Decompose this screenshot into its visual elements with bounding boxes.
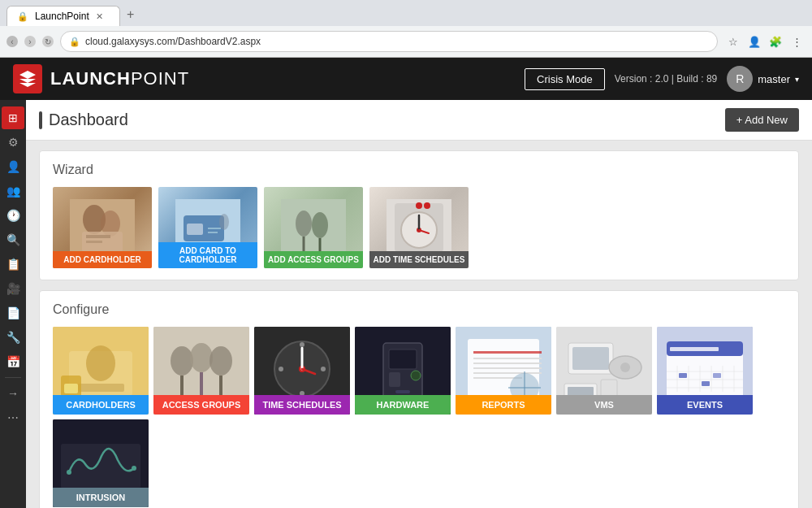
new-tab-button[interactable]: + <box>120 3 140 26</box>
svg-rect-90 <box>713 373 721 378</box>
more-icon[interactable]: ⋮ <box>788 33 806 50</box>
logo-area: LAUNCHPOINT <box>13 64 189 93</box>
back-button[interactable]: ‹ <box>6 36 18 47</box>
wizard-label-access: ADD ACCESS GROUPS <box>264 251 363 268</box>
sidebar-item-arrow[interactable]: → <box>2 382 24 405</box>
svg-rect-78 <box>670 347 719 351</box>
sidebar-item-users[interactable]: 👥 <box>2 180 24 202</box>
wizard-label-cardholder: ADD CARDHOLDER <box>53 251 152 268</box>
svg-point-28 <box>86 345 115 381</box>
browser-tab[interactable]: 🔒 LaunchPoint ✕ <box>6 6 120 26</box>
sidebar-item-settings[interactable]: ⚙ <box>2 131 24 154</box>
main-content: Dashboard + Add New Wizard <box>26 100 812 508</box>
wizard-tile-cardholder[interactable]: ADD CARDHOLDER <box>53 187 152 268</box>
add-new-button[interactable]: + Add New <box>725 108 799 132</box>
svg-rect-88 <box>679 373 687 378</box>
bookmark-icon[interactable]: ☆ <box>724 33 742 50</box>
wizard-tile-access[interactable]: ADD ACCESS GROUPS <box>264 187 363 268</box>
wizard-label-time: ADD TIME SCHEDULES <box>369 251 469 268</box>
app-body: ⊞ ⚙ 👤 👥 🕐 🔍 📋 🎥 📄 🔧 📅 → ⋯ Dashboard + Ad… <box>0 100 812 508</box>
sidebar-item-camera[interactable]: 🎥 <box>2 277 24 300</box>
wizard-section: Wizard <box>39 150 799 280</box>
configure-row2: INTRUSION <box>53 419 785 507</box>
tab-title: LaunchPoint <box>35 11 89 22</box>
svg-rect-59 <box>473 358 542 359</box>
svg-point-24 <box>416 202 422 209</box>
svg-point-94 <box>132 466 136 471</box>
config-tile-cardholders[interactable]: CARDHOLDERS <box>53 327 149 415</box>
sidebar-item-calendar[interactable]: 📅 <box>2 350 24 373</box>
svg-point-44 <box>300 342 304 347</box>
logo-text: LAUNCHPOINT <box>50 68 189 89</box>
svg-rect-5 <box>86 241 102 243</box>
profile-icon[interactable]: 👤 <box>745 33 763 50</box>
configure-tiles: CARDHOLDERS <box>53 327 785 415</box>
extension-icon[interactable]: 🧩 <box>767 33 784 50</box>
page-title: Dashboard <box>49 111 128 129</box>
svg-point-34 <box>190 343 213 372</box>
svg-point-45 <box>321 367 326 371</box>
svg-rect-61 <box>473 367 542 369</box>
sidebar-item-clock[interactable]: 🕐 <box>2 204 24 227</box>
configure-section: Configure <box>39 290 799 508</box>
sidebar-item-reports[interactable]: 📋 <box>2 253 24 276</box>
config-label-events: EVENTS <box>657 395 753 415</box>
config-label-timeschedules: TIME SCHEDULES <box>254 395 350 415</box>
svg-point-93 <box>67 470 71 475</box>
svg-rect-60 <box>473 363 542 364</box>
crisis-mode-button[interactable]: Crisis Mode <box>525 68 605 90</box>
config-tile-hardware[interactable]: HARDWARE <box>355 327 451 415</box>
wizard-title: Wizard <box>53 163 785 177</box>
config-label-alarm: INTRUSION <box>53 488 149 507</box>
configure-title: Configure <box>53 302 785 317</box>
chevron-down-icon: ▾ <box>795 75 799 84</box>
sidebar-item-user[interactable]: 👤 <box>2 155 24 178</box>
config-tile-vms[interactable]: VMS <box>556 327 652 415</box>
svg-rect-51 <box>389 372 400 387</box>
logo-bold: LAUNCH <box>50 68 131 89</box>
svg-rect-8 <box>187 224 203 235</box>
lock-icon: 🔒 <box>69 37 80 47</box>
sidebar-item-more[interactable]: ⋯ <box>2 406 24 429</box>
svg-rect-62 <box>473 372 542 374</box>
address-bar[interactable]: 🔒 cloud.galaxysys.com/DashboardV2.aspx <box>60 31 718 52</box>
user-area[interactable]: R master ▾ <box>727 66 799 92</box>
page-title-bar <box>39 111 42 129</box>
svg-rect-31 <box>64 384 78 393</box>
app-header: LAUNCHPOINT Crisis Mode Version : 2.0 | … <box>0 58 812 100</box>
sidebar-item-tools[interactable]: 🔧 <box>2 326 24 349</box>
svg-rect-53 <box>395 390 410 393</box>
wizard-tile-card[interactable]: ADD CARD TO CARDHOLDER <box>158 187 257 268</box>
wizard-label-card: ADD CARD TO CARDHOLDER <box>158 242 257 268</box>
wizard-tiles: ADD CARDHOLDER <box>53 187 785 268</box>
config-label-vms: VMS <box>556 395 652 415</box>
sidebar-divider <box>5 377 21 378</box>
config-tile-reports[interactable]: REPORTS <box>456 327 551 415</box>
forward-button[interactable]: › <box>24 36 36 47</box>
svg-rect-69 <box>572 347 609 370</box>
config-tile-events[interactable]: EVENTS <box>657 327 753 415</box>
config-tile-timeschedules[interactable]: TIME SCHEDULES <box>254 327 350 415</box>
config-label-reports: REPORTS <box>456 395 551 415</box>
svg-rect-29 <box>77 384 124 392</box>
sidebar-item-dashboard[interactable]: ⊞ <box>2 106 24 129</box>
config-tile-alarm[interactable]: INTRUSION <box>53 419 149 507</box>
sidebar-item-document[interactable]: 📄 <box>2 302 24 324</box>
version-text: Version : 2.0 | Build : 89 <box>615 73 718 85</box>
wizard-tile-time[interactable]: ADD TIME SCHEDULES <box>369 187 469 268</box>
page-header: Dashboard + Add New <box>26 100 812 141</box>
logo-svg <box>18 69 37 89</box>
tab-close-icon[interactable]: ✕ <box>96 11 103 22</box>
config-tile-accessgroups[interactable]: ACCESS GROUPS <box>153 327 249 415</box>
config-label-accessgroups: ACCESS GROUPS <box>153 395 249 415</box>
config-label-cardholders: CARDHOLDERS <box>53 395 149 415</box>
refresh-button[interactable]: ↻ <box>42 36 54 47</box>
sidebar-item-search[interactable]: 🔍 <box>2 228 24 251</box>
svg-rect-89 <box>702 381 710 386</box>
time-svg <box>387 199 451 256</box>
logo-light: POINT <box>131 68 189 89</box>
config-label-hardware: HARDWARE <box>355 395 451 415</box>
browser-toolbar: ‹ › ↻ 🔒 cloud.galaxysys.com/DashboardV2.… <box>0 26 812 57</box>
url-text: cloud.galaxysys.com/DashboardV2.aspx <box>85 36 261 47</box>
svg-rect-50 <box>389 350 417 369</box>
